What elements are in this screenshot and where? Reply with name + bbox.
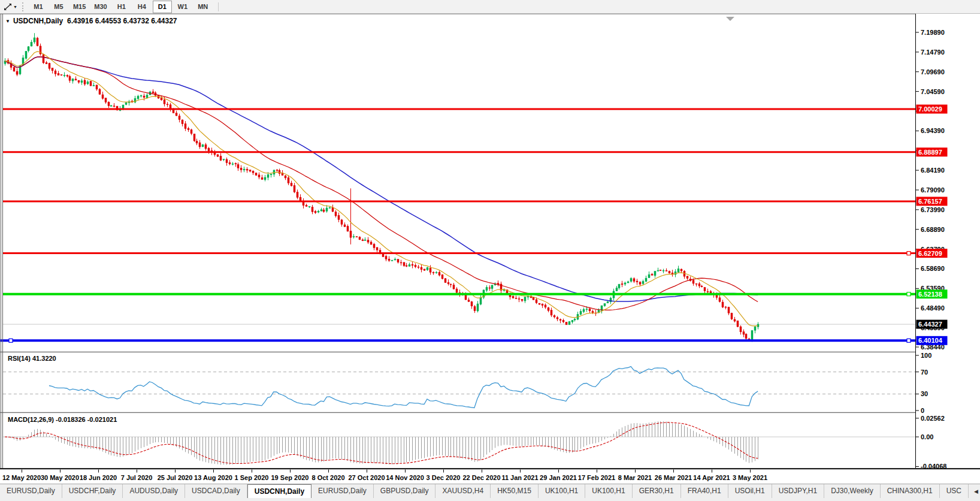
hline-price-label: 6.62709 bbox=[918, 250, 942, 257]
date-tick-label: 1 Sep 2020 bbox=[235, 474, 269, 481]
date-tick-label: 7 Jul 2020 bbox=[121, 474, 153, 481]
toolbar-separator bbox=[218, 2, 219, 11]
macd-name: MACD(12,26,9) bbox=[8, 416, 54, 423]
chart-tab-uk100-h1[interactable]: UK100,H1 bbox=[539, 484, 585, 498]
date-tick-label: 17 Feb 2021 bbox=[578, 474, 615, 481]
timeframe-toolbar: ▼ M1M5M15M30H1H4D1W1MN bbox=[0, 0, 980, 14]
rsi-axis-label: 70 bbox=[921, 369, 928, 376]
chart-tab-dj30-weekly[interactable]: DJ30,Weekly bbox=[824, 484, 880, 498]
rsi-name: RSI(14) bbox=[8, 355, 31, 362]
timeframe-button-m15[interactable]: M15 bbox=[69, 1, 89, 13]
chart-tab-xauusd-h4[interactable]: XAUUSD,H4 bbox=[435, 484, 491, 498]
timeframe-button-w1[interactable]: W1 bbox=[173, 1, 192, 13]
chart-tab-eurusd-daily[interactable]: EURUSD,Daily bbox=[311, 484, 374, 498]
date-tick-label: 14 Apr 2021 bbox=[693, 474, 730, 481]
price-axis[interactable]: 7.198907.147907.096907.045906.994906.943… bbox=[916, 14, 980, 470]
collapse-triangle-icon[interactable]: ▼ bbox=[5, 19, 10, 24]
hline-price-label: 7.00029 bbox=[918, 105, 942, 113]
rsi-axis-label: 0 bbox=[921, 407, 924, 414]
date-tick-label: 13 Aug 2020 bbox=[194, 474, 232, 481]
rsi-axis-label: 100 bbox=[921, 352, 931, 359]
price-tick-label: 6.48490 bbox=[921, 304, 945, 312]
date-tick-label: 27 Oct 2020 bbox=[348, 474, 385, 481]
macd-axis-label: 0.00 bbox=[921, 433, 933, 440]
chart-tab-usdcnh-daily[interactable]: USDCNH,Daily bbox=[247, 484, 311, 498]
rsi-axis-label: 30 bbox=[921, 390, 928, 397]
trading-platform-window: ▼ M1M5M15M30H1H4D1W1MN ▼USDCNH,Daily 6.4… bbox=[0, 0, 980, 501]
price-tick-label: 6.58690 bbox=[921, 265, 945, 272]
chart-tab-china300-h1[interactable]: CHINA300,H1 bbox=[881, 484, 940, 498]
date-tick-label: 26 Mar 2021 bbox=[655, 474, 692, 481]
timeframe-buttons: M1M5M15M30H1H4D1W1MN bbox=[28, 1, 213, 13]
date-tick-label: 11 Jan 2021 bbox=[501, 474, 538, 481]
chart-tab-usdchf-daily[interactable]: USDCHF,Daily bbox=[62, 484, 123, 498]
hline-left-handle[interactable] bbox=[9, 339, 13, 342]
window-bottom-strip bbox=[0, 498, 980, 501]
date-tick-label: 30 May 2020 bbox=[41, 474, 79, 481]
date-tick-label: 18 Jun 2020 bbox=[80, 474, 117, 481]
chart-tab-usdcad-daily[interactable]: USDCAD,Daily bbox=[185, 484, 247, 498]
date-tick-label: 12 May 2020 bbox=[2, 474, 41, 481]
chart-tab-audusd-daily[interactable]: AUDUSD,Daily bbox=[123, 484, 185, 498]
timeframe-button-m30[interactable]: M30 bbox=[90, 1, 110, 13]
crosshair-cursor-icon[interactable] bbox=[2, 2, 13, 11]
tab-scroll-left-icon[interactable]: ◀ bbox=[974, 488, 978, 494]
tab-scroll-arrows: ◀ ▶ bbox=[969, 484, 980, 498]
chart-tab-uk100-h1[interactable]: UK100,H1 bbox=[585, 484, 632, 498]
date-tick-label: 8 Oct 2020 bbox=[311, 474, 344, 481]
price-tick-label: 7.19890 bbox=[921, 29, 945, 36]
timeframe-button-h4[interactable]: H4 bbox=[132, 1, 152, 13]
chart-tab-eurusd-daily[interactable]: EURUSD,Daily bbox=[0, 484, 62, 498]
quote-high: 6.44553 bbox=[95, 17, 121, 25]
chart-tab-usoil-h1[interactable]: USOil,H1 bbox=[728, 484, 772, 498]
hline-right-handle[interactable] bbox=[907, 339, 911, 342]
chart-tab-usc[interactable]: USC bbox=[940, 484, 969, 498]
chart-tab-ger30-h1[interactable]: GER30,H1 bbox=[633, 484, 681, 498]
date-tick-label: 3 May 2021 bbox=[733, 474, 767, 481]
price-tick-label: 6.94390 bbox=[921, 127, 945, 134]
macd-axis-label: 0.02562 bbox=[921, 415, 945, 422]
timeframe-button-mn[interactable]: MN bbox=[193, 1, 213, 13]
timeframe-button-h1[interactable]: H1 bbox=[112, 1, 131, 13]
price-tick-label: 6.73990 bbox=[921, 206, 945, 213]
chart-tab-usdjpy-h1[interactable]: USDJPY,H1 bbox=[772, 484, 824, 498]
hline-price-label: 6.40104 bbox=[918, 337, 943, 344]
price-tick-label: 6.79090 bbox=[921, 186, 945, 194]
hline-price-label: 6.52138 bbox=[918, 291, 942, 298]
date-tick-label: 3 Dec 2020 bbox=[427, 474, 461, 481]
chart-tab-bar: EURUSD,DailyUSDCHF,DailyAUDUSD,DailyUSDC… bbox=[0, 484, 980, 498]
date-tick-label: 8 Mar 2021 bbox=[618, 474, 652, 481]
date-tick-label: 25 Jul 2020 bbox=[158, 474, 193, 481]
hline-right-handle[interactable] bbox=[907, 252, 911, 255]
price-tick-label: 7.09690 bbox=[921, 68, 945, 76]
price-tick-label: 6.68890 bbox=[921, 226, 945, 233]
rsi-value: 41.3220 bbox=[32, 355, 56, 362]
hline-price-label: 6.76157 bbox=[918, 198, 942, 205]
chart-title: ▼USDCNH,Daily 6.43916 6.44553 6.43732 6.… bbox=[5, 17, 177, 25]
macd-axis-label: -0.04068 bbox=[921, 463, 946, 470]
timeframe-button-d1[interactable]: D1 bbox=[153, 1, 172, 13]
chart-tab-hk50-m15[interactable]: HK50,M15 bbox=[491, 484, 539, 498]
price-tick-label: 7.04590 bbox=[921, 88, 945, 95]
timeframe-button-m5[interactable]: M5 bbox=[49, 1, 68, 13]
chart-tab-gbpusd-daily[interactable]: GBPUSD,Daily bbox=[374, 484, 436, 498]
toolbar-grip[interactable] bbox=[22, 2, 23, 11]
date-tick-label: 29 Jan 2021 bbox=[540, 474, 577, 481]
quote-close: 6.44327 bbox=[151, 17, 177, 25]
date-tick-label: 22 Dec 2020 bbox=[463, 474, 501, 481]
timeframe-button-m1[interactable]: M1 bbox=[29, 1, 48, 13]
macd-main-value: -0.018326 bbox=[56, 416, 86, 423]
macd-indicator-label: MACD(12,26,9) -0.018326 -0.021021 bbox=[8, 416, 117, 423]
chart-symbol-label: USDCNH,Daily bbox=[13, 17, 63, 25]
hline-price-label: 6.88897 bbox=[918, 149, 942, 156]
rsi-indicator-label: RSI(14) 41.3220 bbox=[8, 355, 56, 362]
price-tick-label: 6.84190 bbox=[921, 167, 945, 174]
date-tick-label: 19 Sep 2020 bbox=[271, 474, 309, 481]
dropdown-caret-icon[interactable]: ▼ bbox=[13, 5, 17, 9]
chart-canvas[interactable]: 7.198907.147907.096907.045906.994906.943… bbox=[0, 14, 980, 484]
hline-right-handle[interactable] bbox=[907, 292, 911, 296]
chart-tab-fra40-h1[interactable]: FRA40,H1 bbox=[681, 484, 728, 498]
quote-low: 6.43732 bbox=[123, 17, 149, 25]
current-price-label: 6.44327 bbox=[918, 321, 942, 328]
chart-tabs: EURUSD,DailyUSDCHF,DailyAUDUSD,DailyUSDC… bbox=[0, 484, 969, 498]
